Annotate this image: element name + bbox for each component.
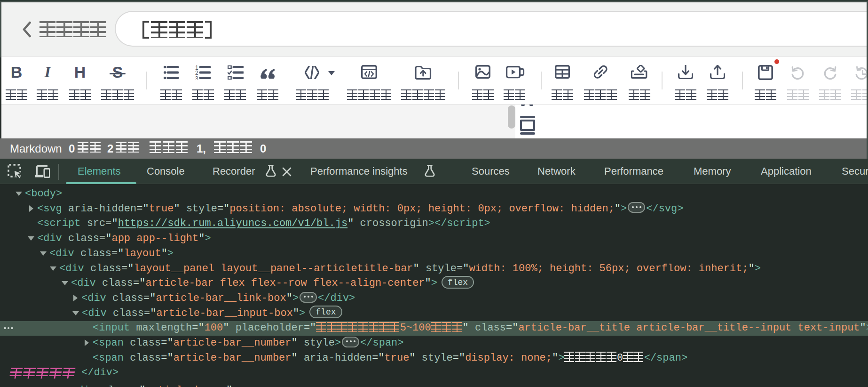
svg-text:3: 3 [195,75,198,80]
